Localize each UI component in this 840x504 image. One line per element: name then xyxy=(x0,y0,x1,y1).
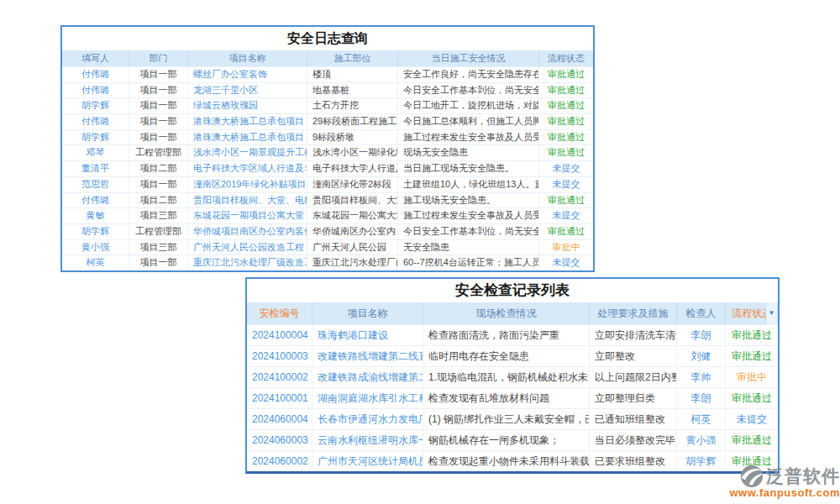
department-cell: 项目一部 xyxy=(129,98,188,113)
writer-link[interactable]: 付伟璐 xyxy=(62,193,129,208)
inspection-table-header: 安检编号项目名称现场检查情况处理要求及措施检查人流程状态▼ xyxy=(247,302,778,324)
status-cell: 未提交 xyxy=(726,409,778,429)
status-cell: 审批中 xyxy=(539,240,593,255)
inspector-link[interactable]: 李朗 xyxy=(677,388,726,408)
location-cell: 重庆江北污水处理厂内部... xyxy=(307,255,398,270)
inspector-link[interactable]: 胡学辉 xyxy=(677,451,726,471)
inspector-link[interactable]: 李朗 xyxy=(677,325,726,345)
writer-link[interactable]: 范思哲 xyxy=(62,177,129,192)
inspection-record-panel: 安全检查记录列表 安检编号项目名称现场检查情况处理要求及措施检查人流程状态▼ 2… xyxy=(245,277,780,474)
project-link[interactable]: 港珠澳大桥施工总承包项目 xyxy=(188,114,307,129)
record-id-link[interactable]: 2024100004 xyxy=(247,325,312,345)
inspection-cell: 临时用电存在安全隐患 xyxy=(423,346,590,366)
project-link[interactable]: 电子科技大学区域人行道及非机动车道工程 xyxy=(188,161,307,176)
table-row: 2024100001湖南洞庭湖水库引水工程施...检查发现有乱堆放材料问题立即整… xyxy=(247,387,778,408)
col-header-status[interactable]: 流程状态▼ xyxy=(726,302,778,324)
department-cell: 项目一部 xyxy=(129,130,188,145)
table-row: 黄敏项目三部东城花园一期项目公寓大堂 装饰工程东城花园一期公寓大堂施工过程未发生… xyxy=(62,207,593,223)
record-id-link[interactable]: 2024060004 xyxy=(247,409,312,429)
status-cell: 审批中 xyxy=(726,367,778,387)
project-link[interactable]: 龙湖三千里小区 xyxy=(188,83,307,98)
safety-log-query-title: 安全日志查询 xyxy=(62,27,593,50)
fanpu-logo-text: 泛普软件 xyxy=(766,465,840,488)
project-link[interactable]: 改建铁路成渝线增建第二直... xyxy=(312,367,423,387)
situation-cell: 今日安全工作基本到位，尚无安全隐患... xyxy=(398,224,539,239)
project-link[interactable]: 重庆江北污水处理厂级改造工程-道路修复 xyxy=(188,255,307,270)
department-cell: 项目一部 xyxy=(129,83,188,98)
writer-link[interactable]: 柯英 xyxy=(62,255,129,270)
inspection-cell: 检查发现起重小物件未采用料斗装载直接起... xyxy=(423,451,590,471)
department-cell: 项目一部 xyxy=(129,114,188,129)
measure-cell: 立即整改 xyxy=(590,346,677,366)
writer-link[interactable]: 付伟璐 xyxy=(62,114,129,129)
writer-link[interactable]: 付伟璐 xyxy=(62,67,129,82)
location-cell: 东城花园一期公寓大堂 xyxy=(307,208,398,223)
table-row: 2024100002改建铁路成渝线增建第二直...1.现场临电混乱，钢筋机械处积… xyxy=(247,366,778,387)
writer-link[interactable]: 邓琴 xyxy=(62,145,129,160)
project-link[interactable]: 螺丝厂办公室装饰 xyxy=(188,67,307,82)
status-cell: 审批通过 xyxy=(539,224,593,239)
project-link[interactable]: 广州市天河区统计局机房改... xyxy=(312,451,423,471)
project-link[interactable]: 华侨城项目南区办公室内装修工程 xyxy=(188,224,307,239)
project-link[interactable]: 绿城云栖玫瑰园 xyxy=(188,98,307,113)
location-cell: 地基基桩 xyxy=(307,83,398,98)
writer-link[interactable]: 付伟璐 xyxy=(62,83,129,98)
record-id-link[interactable]: 2024060003 xyxy=(247,430,312,450)
writer-link[interactable]: 黄小强 xyxy=(62,240,129,255)
table-row: 胡学辉项目一部港珠澳大桥施工总承包项目9标段桥墩施工过程未发生安全事故及人员受伤… xyxy=(62,129,593,145)
col-header-id: 安检编号 xyxy=(247,302,312,324)
inspector-link[interactable]: 柯英 xyxy=(677,409,726,429)
location-cell: 广州天河人民公园 xyxy=(307,240,398,255)
writer-link[interactable]: 胡学辉 xyxy=(62,98,129,113)
fanpu-watermark: 泛普软件 www.fanpusoft.com xyxy=(722,465,840,499)
project-link[interactable]: 湖南洞庭湖水库引水工程施... xyxy=(312,388,423,408)
location-cell: 楼顶 xyxy=(307,67,398,82)
situation-cell: 施工现场无安全隐患。 xyxy=(398,193,539,208)
department-cell: 项目三部 xyxy=(129,240,188,255)
inspector-link[interactable]: 刘健 xyxy=(677,346,726,366)
project-link[interactable]: 长春市伊通河水力发电厂改... xyxy=(312,409,423,429)
project-link[interactable]: 潼南区2019年绿化补贴项目-施工2标段 xyxy=(188,177,307,192)
table-row: 付伟璐项目一部螺丝厂办公室装饰楼顶安全工作良好，尚无安全隐患存在审批通过 xyxy=(62,66,593,82)
writer-link[interactable]: 胡学辉 xyxy=(62,224,129,239)
project-link[interactable]: 云南水利枢纽潜明水库一期... xyxy=(312,430,423,450)
project-link[interactable]: 珠海鹤港口建设 xyxy=(312,325,423,345)
col-header-writer: 填写人 xyxy=(62,50,129,66)
project-link[interactable]: 浅水湾小区一期景观提升工程施工 xyxy=(188,145,307,160)
status-cell: 审批通过 xyxy=(726,430,778,450)
location-cell: 土石方开挖 xyxy=(307,98,398,113)
department-cell: 工程管理部 xyxy=(129,224,188,239)
record-id-link[interactable]: 2024100001 xyxy=(247,388,312,408)
project-link[interactable]: 广州天河人民公园改造工程 xyxy=(188,240,307,255)
writer-link[interactable]: 董清平 xyxy=(62,161,129,176)
status-cell: 审批通过 xyxy=(539,98,593,113)
project-link[interactable]: 东城花园一期项目公寓大堂 装饰工程 xyxy=(188,208,307,223)
writer-link[interactable]: 黄敏 xyxy=(62,208,129,223)
table-row: 董清平项目二部电子科技大学区域人行道及非机动车道工程电子科技大学人行道及非...… xyxy=(62,160,593,176)
table-row: 范思哲项目一部潼南区2019年绿化补贴项目-施工2标段潼南区绿化带2标段土建班组… xyxy=(62,176,593,192)
status-cell: 审批通过 xyxy=(539,114,593,129)
project-link[interactable]: 贵阳项目样板间、大堂、电梯厅装修工程 xyxy=(188,193,307,208)
inspection-cell: 检查路面清洗，路面污染严重 xyxy=(423,325,590,345)
department-cell: 项目三部 xyxy=(129,208,188,223)
record-id-link[interactable]: 2024060002 xyxy=(247,451,312,471)
status-cell: 审批通过 xyxy=(539,83,593,98)
inspection-record-title: 安全检查记录列表 xyxy=(247,279,778,302)
inspector-link[interactable]: 李帅 xyxy=(677,367,726,387)
status-filter-dropdown-icon[interactable]: ▼ xyxy=(765,302,777,324)
writer-link[interactable]: 胡学辉 xyxy=(62,130,129,145)
inspection-cell: (1) 钢筋绑扎作业三人未戴安全帽，已通知... xyxy=(423,409,590,429)
situation-cell: 当日施工现场无安全隐患。 xyxy=(398,161,539,176)
situation-cell: 施工过程未发生安全事故及人员受伤情况 xyxy=(398,208,539,223)
record-id-link[interactable]: 2024100002 xyxy=(247,367,312,387)
table-row: 2024100004珠海鹤港口建设检查路面清洗，路面污染严重立即安排清洗车清洗李… xyxy=(247,324,778,345)
table-row: 付伟璐项目二部贵阳项目样板间、大堂、电梯厅装修工程贵阳项目样板间、大堂、...施… xyxy=(62,192,593,208)
status-cell: 审批通过 xyxy=(726,346,778,366)
status-cell: 审批通过 xyxy=(539,67,593,82)
project-link[interactable]: 港珠澳大桥施工总承包项目 xyxy=(188,130,307,145)
inspector-link[interactable]: 黄小强 xyxy=(677,430,726,450)
inspection-cell: 钢筋机械存在一闸多机现象； xyxy=(423,430,590,450)
record-id-link[interactable]: 2024100003 xyxy=(247,346,312,366)
location-cell: 华侨城南区办公室内 xyxy=(307,224,398,239)
project-link[interactable]: 改建铁路线增建第二线直通... xyxy=(312,346,423,366)
